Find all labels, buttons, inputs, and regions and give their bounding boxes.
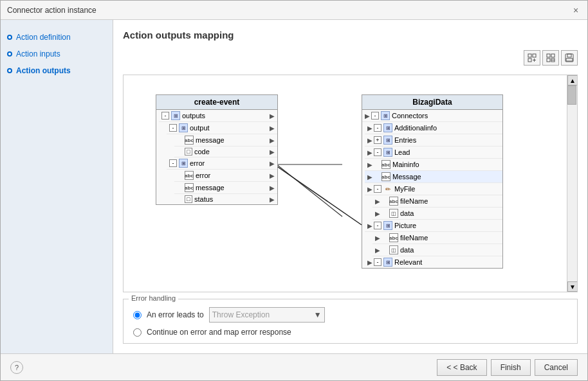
cancel-button[interactable]: Cancel [535, 359, 578, 376]
error-label-1: An error leads to [147, 310, 204, 319]
node-label: message [196, 136, 225, 144]
node-label: Additionalinfo [394, 124, 437, 132]
error-radio-2[interactable] [133, 328, 142, 337]
error-row-2: Continue on error and map error response [133, 328, 567, 337]
node-label: MyFile [394, 185, 415, 193]
main-panel: Action outputs mapping [113, 20, 587, 353]
left-port: ▶ [367, 222, 372, 229]
close-button[interactable]: × [571, 5, 581, 15]
expand-icon[interactable]: - [374, 148, 381, 156]
tree-row: abc message ▶ [174, 134, 277, 146]
left-port: ▶ [375, 247, 380, 254]
arrow-right-icon: ▶ [270, 160, 275, 167]
sidebar-item-action-inputs[interactable]: Action inputs [7, 49, 106, 58]
node-label: status [194, 195, 213, 203]
expand-icon[interactable]: - [374, 258, 381, 266]
left-port: ▶ [375, 210, 380, 217]
node-label: data [400, 246, 414, 254]
error-radio-1[interactable] [133, 311, 142, 319]
arrow-right-icon: ▶ [270, 196, 275, 203]
toolbar-collapse-btn[interactable] [542, 50, 559, 66]
left-port: ▶ [375, 235, 380, 242]
entity-icon: ⊞ [179, 159, 188, 168]
tree-row: - ⊞ error ▶ [167, 157, 277, 170]
left-port-connected: ▶ [367, 173, 372, 181]
svg-line-15 [278, 167, 362, 225]
expand-icon[interactable]: - [161, 112, 169, 120]
node-label: Lead [394, 148, 410, 156]
scroll-down-button[interactable]: ▼ [567, 281, 578, 292]
expand-icon[interactable]: □ [185, 148, 192, 155]
node-label: fileName [400, 234, 428, 242]
expand-icon[interactable]: □ [185, 195, 192, 203]
toolbar-expand-btn[interactable] [524, 50, 540, 66]
entity-icon: ⊞ [383, 148, 392, 157]
svg-rect-6 [551, 54, 555, 57]
node-label: Connectors [392, 112, 428, 120]
scroll-thumb[interactable] [567, 85, 576, 105]
mapping-scroll[interactable]: create-event - ⊞ outputs ▶ - [124, 75, 567, 292]
abc-icon: abc [185, 136, 194, 145]
left-port: ▶ [375, 198, 380, 205]
node-label: error [196, 172, 210, 179]
svg-rect-7 [547, 58, 550, 62]
left-port: ▶ [367, 186, 372, 193]
left-port: ▶ [367, 149, 372, 156]
content-area: Action definition Action inputs Action o… [1, 20, 587, 353]
tree-row: ▶ - ⊞ Relevant [365, 256, 502, 268]
entity-icon: ⊞ [179, 123, 188, 132]
expand-icon[interactable]: - [371, 112, 379, 120]
throw-exception-dropdown[interactable]: Throw Exception ▼ [209, 307, 325, 323]
expand-icon[interactable]: - [169, 124, 177, 132]
sidebar-item-action-definition[interactable]: Action definition [7, 33, 106, 42]
node-label: Picture [394, 222, 416, 229]
back-button[interactable]: < < Back [437, 359, 486, 376]
tree-row: ▶ - ⊞ Additionalinfo [365, 122, 502, 134]
svg-rect-5 [547, 54, 550, 57]
expand-icon[interactable]: - [374, 222, 381, 229]
arrow-right-icon: ▶ [270, 148, 275, 155]
scroll-up-button[interactable]: ▲ [567, 75, 578, 85]
tree-row: ▶ - ⊞ Lead [365, 146, 502, 159]
sidebar-item-label: Action outputs [16, 66, 71, 75]
tree-row: - ⊞ output ▶ [167, 122, 277, 134]
finish-button[interactable]: Finish [491, 359, 531, 376]
expand-icon[interactable]: + [374, 136, 381, 144]
entity-icon: ⊞ [383, 123, 392, 132]
tree-row: □ status ▶ [174, 194, 277, 204]
footer-buttons: < < Back Finish Cancel [437, 359, 578, 376]
dropdown-value: Throw Exception [212, 310, 270, 319]
svg-rect-0 [528, 54, 531, 57]
svg-rect-1 [533, 54, 536, 57]
entity-icon: ⊞ [381, 111, 390, 120]
node-label: data [400, 209, 414, 217]
expand-icon[interactable]: - [169, 159, 177, 167]
right-tree: BizagiData ▶ - ⊞ Connectors ▶ [362, 94, 503, 269]
expand-icon[interactable]: - [374, 124, 381, 132]
svg-rect-2 [528, 58, 531, 62]
sidebar-item-label: Action definition [16, 33, 71, 42]
sidebar: Action definition Action inputs Action o… [1, 20, 113, 353]
abc-icon: abc [185, 183, 194, 192]
svg-rect-11 [567, 54, 571, 57]
arrow-right-icon: ▶ [270, 112, 275, 120]
data-icon: ◫ [389, 209, 398, 218]
tree-row: ▶ - ⊞ Picture [365, 220, 502, 232]
left-tree-header: create-event [156, 95, 277, 110]
arrow-right-icon: ▶ [270, 184, 275, 191]
abc-icon: abc [381, 160, 390, 169]
node-label: Message [392, 173, 421, 181]
node-label: Maininfo [392, 161, 419, 168]
left-port: ▶ [367, 125, 372, 132]
help-button[interactable]: ? [10, 361, 23, 374]
sidebar-item-label: Action inputs [16, 49, 60, 58]
data-icon: ◫ [389, 245, 398, 254]
tree-row: ▶ abc fileName [372, 195, 502, 208]
footer: ? < < Back Finish Cancel [1, 353, 587, 380]
tree-row: ▶ + ⊞ Entries [365, 134, 502, 146]
sidebar-item-action-outputs[interactable]: Action outputs [7, 66, 106, 75]
error-options: An error leads to Throw Exception ▼ Cont… [133, 307, 567, 337]
toolbar-save-btn[interactable] [561, 50, 578, 66]
entity-icon: ⊞ [383, 258, 392, 267]
expand-icon[interactable]: - [374, 185, 381, 193]
